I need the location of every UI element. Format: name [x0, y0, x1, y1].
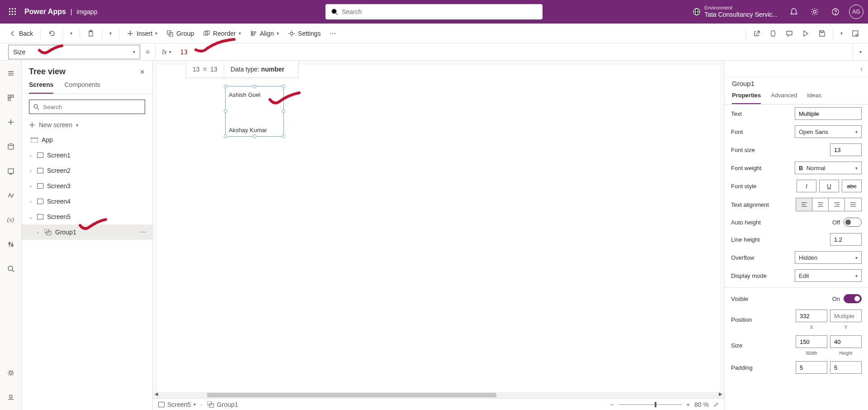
canvas-label-1[interactable]: Ashish Goel	[229, 91, 260, 98]
resize-handle[interactable]	[253, 134, 256, 138]
align-right-button[interactable]	[829, 198, 845, 211]
save-button[interactable]	[815, 25, 829, 42]
more-button[interactable]: ⋯	[326, 25, 340, 42]
resize-handle[interactable]	[224, 110, 227, 113]
fit-screen-icon[interactable]: ⤢	[713, 401, 719, 408]
prop-pos-x-input[interactable]	[796, 310, 827, 322]
expand-formula-button[interactable]: ▾	[853, 43, 868, 60]
prop-autoheight-toggle[interactable]	[844, 218, 862, 227]
align-center-button[interactable]	[812, 198, 829, 211]
props-tab-advanced[interactable]: Advanced	[771, 92, 797, 104]
zoom-in-button[interactable]: +	[686, 401, 690, 408]
resize-handle[interactable]	[282, 110, 285, 113]
environment-picker[interactable]: Environment Tata Consultancy Servic...	[693, 5, 778, 19]
prop-overflow-select[interactable]: Hidden▾	[795, 251, 862, 264]
resize-handle[interactable]	[282, 85, 285, 88]
italic-button[interactable]: I	[797, 180, 816, 192]
comments-button[interactable]	[782, 25, 797, 42]
notifications-icon[interactable]	[784, 2, 804, 22]
global-search[interactable]	[326, 4, 542, 19]
canvas-label-2[interactable]: Akshay Kumar	[229, 127, 267, 133]
share-button[interactable]	[750, 25, 764, 42]
rail-virtual-agent-icon[interactable]	[3, 389, 19, 405]
group-button[interactable]: Group	[163, 25, 198, 42]
waffle-icon[interactable]	[5, 4, 21, 20]
props-tab-ideas[interactable]: Ideas	[807, 92, 821, 104]
tree-close-icon[interactable]: ✕	[140, 68, 145, 76]
rail-hamburger-icon[interactable]	[3, 65, 19, 81]
props-tab-properties[interactable]: Properties	[732, 92, 761, 104]
undo-dropdown[interactable]: ▾	[66, 25, 76, 42]
tree-item-screen3[interactable]: ›Screen3	[22, 178, 152, 194]
play-button[interactable]	[798, 25, 813, 42]
prop-font-select[interactable]: Open Sans▾	[795, 125, 862, 138]
h-scrollbar[interactable]: ◀ ▶	[153, 392, 724, 398]
settings-button[interactable]: Settings	[284, 25, 325, 42]
reorder-button[interactable]: Reorder▾	[199, 25, 245, 42]
property-selector[interactable]: Size▾	[8, 45, 140, 59]
tree-item-screen5[interactable]: ⌄Screen5	[22, 209, 152, 224]
prop-text-input[interactable]	[795, 107, 862, 120]
h-scrollbar-thumb[interactable]	[207, 393, 496, 397]
align-button[interactable]: Align▾	[246, 25, 283, 42]
resize-handle[interactable]	[282, 134, 285, 138]
tree-search[interactable]	[29, 100, 145, 114]
prop-pad-b-input[interactable]	[830, 361, 862, 374]
insert-button[interactable]: Insert▾	[123, 25, 161, 42]
rail-insert-icon[interactable]	[3, 114, 19, 130]
prop-pad-a-input[interactable]	[796, 361, 827, 374]
prop-lineheight-input[interactable]	[830, 233, 862, 246]
rail-media-icon[interactable]	[3, 163, 19, 179]
back-button[interactable]: Back	[5, 25, 37, 42]
align-left-button[interactable]	[796, 198, 812, 211]
prop-pos-y-input[interactable]	[830, 310, 862, 322]
prop-size-w-input[interactable]	[796, 335, 827, 348]
tree-item-screen4[interactable]: ›Screen4	[22, 194, 152, 209]
breadcrumb-group[interactable]: Group1	[207, 401, 238, 408]
tab-screens[interactable]: Screens	[29, 81, 53, 94]
prop-displaymode-select[interactable]: Edit▾	[795, 269, 862, 282]
rail-treeview-icon[interactable]	[3, 90, 19, 106]
paste-dropdown[interactable]: ▾	[106, 25, 115, 42]
canvas[interactable]: Ashish Goel Akshay Kumar	[157, 65, 720, 392]
undo-button[interactable]	[44, 25, 59, 42]
user-avatar[interactable]: AG	[849, 5, 863, 19]
zoom-out-button[interactable]: −	[610, 401, 614, 408]
settings-icon[interactable]	[805, 2, 825, 22]
prop-size-h-input[interactable]	[830, 335, 862, 348]
align-justify-button[interactable]	[845, 198, 861, 211]
tree-search-input[interactable]	[43, 104, 141, 110]
zoom-slider[interactable]	[618, 404, 682, 405]
help-icon[interactable]	[826, 2, 845, 22]
fx-button[interactable]: fx▾	[155, 43, 175, 60]
tree-item-screen1[interactable]: ›Screen1	[22, 148, 152, 163]
resize-handle[interactable]	[224, 134, 227, 138]
formula-input[interactable]	[175, 43, 853, 60]
tree-item-more-icon[interactable]: ⋯	[140, 229, 147, 236]
tree-item-screen2[interactable]: ›Screen2	[22, 163, 152, 178]
props-next-icon[interactable]: ›	[860, 65, 863, 72]
rail-data-icon[interactable]	[3, 138, 19, 155]
rail-variables-icon[interactable]: (x)	[3, 212, 19, 228]
prop-fontweight-select[interactable]: B Normal▾	[795, 162, 862, 174]
checker-button[interactable]	[766, 25, 780, 42]
underline-button[interactable]: U	[819, 180, 839, 192]
breadcrumb-screen[interactable]: Screen5▾	[158, 401, 196, 408]
resize-handle[interactable]	[253, 85, 256, 88]
tree-item-app[interactable]: App	[22, 132, 152, 148]
publish-button[interactable]	[848, 25, 863, 42]
rail-tools-icon[interactable]	[3, 236, 19, 253]
tab-components[interactable]: Components	[64, 81, 100, 94]
resize-handle[interactable]	[224, 85, 227, 88]
paste-button[interactable]	[84, 25, 98, 42]
strike-button[interactable]: abc	[842, 180, 862, 192]
prop-visible-toggle[interactable]	[844, 294, 862, 303]
rail-settings-icon[interactable]	[3, 365, 19, 381]
rail-search-icon[interactable]	[3, 261, 19, 277]
tree-item-group1[interactable]: › Group1 ⋯	[22, 224, 152, 240]
new-screen-button[interactable]: New screen▾	[22, 118, 152, 132]
prop-fontsize-input[interactable]	[830, 143, 862, 156]
global-search-input[interactable]	[342, 8, 537, 15]
rail-flows-icon[interactable]	[3, 187, 19, 204]
save-dropdown[interactable]: ▾	[837, 25, 846, 42]
